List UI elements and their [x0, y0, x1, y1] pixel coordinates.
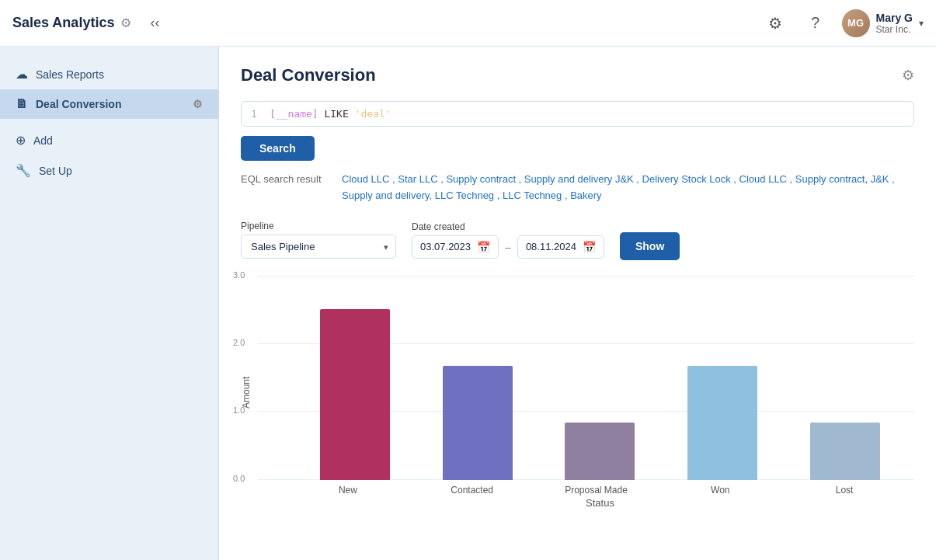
x-axis-title: Status: [258, 497, 914, 509]
x-axis-labels: NewContactedProposal MadeWonLost: [258, 480, 914, 496]
document-icon: 🗎: [16, 97, 28, 111]
query-bracket: [__name]: [270, 108, 318, 120]
avatar-image: MG: [842, 9, 870, 37]
x-label-new: New: [286, 485, 410, 496]
eql-label: EQL search result: [241, 173, 326, 185]
y-axis-label: Amount: [241, 276, 252, 509]
sidebar-item-deal-conversion[interactable]: 🗎 Deal Conversion ⚙: [0, 89, 218, 119]
date-to-value: 08.11.2024: [526, 241, 576, 252]
x-label-lost: Lost: [782, 485, 906, 496]
chart-inner: 3.0 2.0 1.0 0.0 NewContactedProposal Mad…: [258, 276, 914, 509]
cloud-icon: ☁: [16, 67, 28, 82]
sidebar-gear-icon[interactable]: ⚙: [193, 98, 203, 110]
header-left: Sales Analytics ⚙ ‹‹: [12, 12, 761, 34]
sidebar-item-label: Deal Conversion: [36, 98, 185, 110]
chevron-down-icon: ▾: [919, 18, 924, 29]
user-name: Mary G: [876, 12, 913, 24]
pipeline-select-wrapper: Sales Pipeline Marketing Pipeline Suppor…: [241, 235, 396, 259]
eql-results: Cloud LLC , Star LLC , Supply contract ,…: [342, 172, 914, 204]
calendar-from-icon[interactable]: 📅: [477, 241, 490, 253]
sidebar: ☁ Sales Reports 🗎 Deal Conversion ⚙ ⊕ Ad…: [0, 47, 219, 560]
calendar-to-icon[interactable]: 📅: [583, 241, 596, 253]
bar-group-proposal-made: [539, 276, 662, 480]
settings-button[interactable]: ⚙: [761, 9, 789, 37]
bar-group-new: [294, 276, 416, 480]
sidebar-item-sales-reports[interactable]: ☁ Sales Reports: [0, 59, 218, 89]
date-separator: –: [505, 241, 511, 253]
filters-row: Pipeline Sales Pipeline Marketing Pipeli…: [241, 220, 914, 260]
page-settings-icon[interactable]: ⚙: [902, 67, 914, 84]
pipeline-label: Pipeline: [241, 221, 396, 231]
bar-group-contacted: [416, 276, 539, 480]
sidebar-item-label: Sales Reports: [36, 68, 203, 81]
bar-lost: [810, 423, 880, 479]
x-label-contacted: Contacted: [410, 485, 534, 496]
top-header: Sales Analytics ⚙ ‹‹ ⚙ ? MG Mary G Star …: [0, 0, 936, 47]
header-right: ⚙ ? MG Mary G Star Inc. ▾: [761, 9, 924, 37]
app-settings-icon[interactable]: ⚙: [120, 16, 131, 30]
x-label-proposal-made: Proposal Made: [534, 485, 659, 496]
wrench-icon: 🔧: [16, 163, 31, 178]
main-content: Deal Conversion ⚙ 1 [__name] LIKE 'deal'…: [219, 47, 936, 560]
show-button[interactable]: Show: [620, 232, 680, 260]
app-title: Sales Analytics: [12, 15, 114, 31]
search-button[interactable]: Search: [241, 136, 315, 161]
page-header: Deal Conversion ⚙: [241, 65, 914, 85]
eql-row: EQL search result Cloud LLC , Star LLC ,…: [241, 172, 914, 204]
bar-group-lost: [784, 276, 906, 480]
line-number: 1: [251, 108, 262, 120]
date-from-value: 03.07.2023: [420, 241, 471, 252]
bar-won: [687, 366, 757, 480]
sidebar-setup-label: Set Up: [39, 165, 203, 177]
query-text: [__name] LIKE 'deal': [270, 108, 391, 120]
sidebar-item-setup[interactable]: 🔧 Set Up: [0, 155, 218, 186]
page-title: Deal Conversion: [241, 65, 376, 85]
bar-group-won: [661, 276, 784, 480]
query-string: 'deal': [355, 108, 391, 120]
query-editor[interactable]: 1 [__name] LIKE 'deal': [241, 101, 914, 127]
bar-new: [320, 309, 390, 480]
bar-contacted: [443, 366, 513, 480]
pipeline-select[interactable]: Sales Pipeline Marketing Pipeline Suppor…: [241, 235, 396, 259]
pipeline-filter: Pipeline Sales Pipeline Marketing Pipeli…: [241, 221, 396, 259]
date-inputs: 03.07.2023 📅 – 08.11.2024 📅: [412, 235, 604, 259]
plus-icon: ⊕: [16, 133, 26, 148]
sidebar-item-add[interactable]: ⊕ Add: [0, 125, 218, 155]
avatar: MG: [842, 9, 870, 37]
sidebar-add-label: Add: [33, 134, 203, 147]
user-company: Star Inc.: [876, 24, 913, 35]
collapse-sidebar-button[interactable]: ‹‹: [144, 12, 165, 34]
date-to-input[interactable]: 08.11.2024 📅: [517, 235, 604, 259]
bar-proposal-made: [565, 423, 635, 479]
x-label-won: Won: [658, 485, 782, 496]
bars-area: [286, 276, 914, 480]
chart-plot: 3.0 2.0 1.0 0.0: [258, 276, 914, 480]
date-label: Date created: [412, 221, 604, 232]
date-from-input[interactable]: 03.07.2023 📅: [412, 235, 499, 259]
date-filter: Date created 03.07.2023 📅 – 08.11.2024 📅: [412, 221, 604, 259]
help-button[interactable]: ?: [802, 9, 830, 37]
chart-container: Amount 3.0 2.0 1.0 0.0 NewContactedPropo…: [241, 276, 914, 509]
main-layout: ☁ Sales Reports 🗎 Deal Conversion ⚙ ⊕ Ad…: [0, 47, 936, 560]
query-plain: LIKE: [324, 108, 354, 120]
user-menu[interactable]: MG Mary G Star Inc. ▾: [842, 9, 924, 37]
user-name-block: Mary G Star Inc.: [876, 12, 913, 35]
